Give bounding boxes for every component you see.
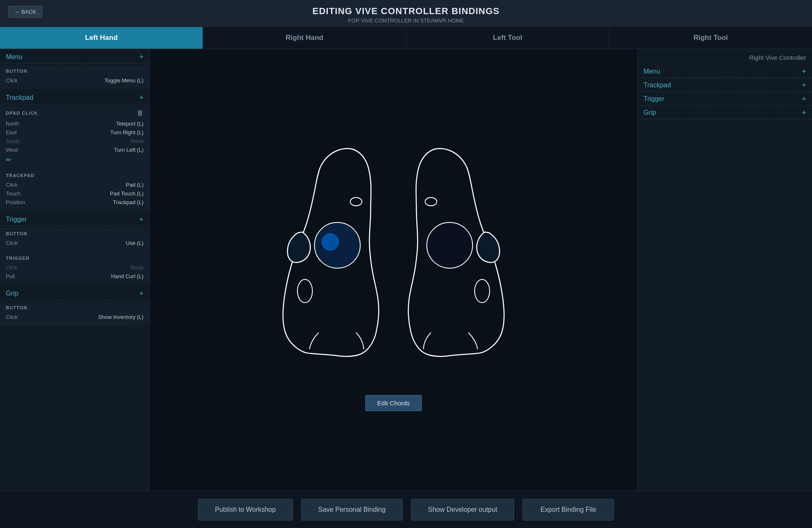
back-button[interactable]: ← BACK bbox=[8, 6, 42, 18]
binding-value: Trackpad (L) bbox=[113, 199, 144, 205]
right-grip-add-button[interactable]: + bbox=[802, 109, 806, 116]
right-menu-section: Menu + bbox=[638, 64, 812, 78]
grip-button-label: BUTTON bbox=[6, 305, 144, 310]
grip-section-header: Grip + bbox=[0, 286, 149, 300]
tab-left-hand[interactable]: Left Hand bbox=[0, 27, 203, 49]
svg-point-3 bbox=[297, 279, 312, 303]
right-trigger-add-button[interactable]: + bbox=[802, 95, 806, 103]
trackpad-section-title: Trackpad bbox=[6, 94, 33, 101]
menu-button-label: BUTTON bbox=[6, 69, 144, 74]
center-panel: Edit Chords bbox=[150, 49, 637, 491]
table-row: Click None bbox=[6, 263, 144, 272]
left-panel: Menu + BUTTON Click Toggle Menu (L) Trac… bbox=[0, 49, 150, 491]
table-row: East Turn Right (L) bbox=[6, 128, 144, 137]
right-trackpad-section: Trackpad + bbox=[638, 78, 812, 92]
binding-key: Click bbox=[6, 240, 17, 246]
right-panel: Right Vive Controller Menu + Trackpad + … bbox=[637, 49, 812, 491]
page-header: ← BACK EDITING VIVE CONTROLLER BINDINGS … bbox=[0, 0, 812, 27]
dpad-click-group: DPAD CLICK 🗑 North Teleport (L) East Tur… bbox=[0, 106, 149, 169]
grip-add-button[interactable]: + bbox=[139, 290, 144, 297]
edit-pencil-icon[interactable]: ✏ bbox=[6, 156, 11, 163]
right-panel-title: Right Vive Controller bbox=[638, 49, 812, 64]
right-trackpad-add-button[interactable]: + bbox=[802, 81, 806, 89]
right-grip-section: Grip + bbox=[638, 106, 812, 119]
svg-point-4 bbox=[427, 222, 473, 268]
tab-right-tool[interactable]: Right Tool bbox=[609, 27, 812, 49]
binding-key: Click bbox=[6, 314, 17, 320]
footer: Publish to Workshop Save Personal Bindin… bbox=[0, 491, 812, 528]
right-menu-add-button[interactable]: + bbox=[802, 68, 806, 75]
tab-left-tool[interactable]: Left Tool bbox=[406, 27, 609, 49]
binding-value: Pad Touch (L) bbox=[110, 190, 144, 197]
binding-value: None bbox=[131, 264, 144, 271]
main-content: Menu + BUTTON Click Toggle Menu (L) Trac… bbox=[0, 49, 812, 491]
binding-key: South bbox=[6, 138, 20, 144]
trackpad-add-button[interactable]: + bbox=[139, 94, 144, 101]
trigger-group-label: TRIGGER bbox=[6, 256, 144, 261]
binding-value: Hand Curl (L) bbox=[111, 273, 144, 279]
menu-add-button[interactable]: + bbox=[139, 53, 144, 61]
binding-value: Use (L) bbox=[126, 240, 144, 246]
binding-key: Click bbox=[6, 182, 17, 188]
publish-workshop-button[interactable]: Publish to Workshop bbox=[198, 499, 293, 521]
binding-key: Pull bbox=[6, 273, 15, 279]
binding-value: Pad (L) bbox=[126, 182, 144, 188]
table-row: Click Toggle Menu (L) bbox=[6, 76, 144, 85]
right-menu-title: Menu bbox=[644, 68, 660, 75]
binding-value: Toggle Menu (L) bbox=[104, 77, 144, 84]
binding-value: Teleport (L) bbox=[116, 121, 144, 127]
table-row: Click Show Inventory (L) bbox=[6, 313, 144, 321]
controller-svg bbox=[260, 129, 527, 387]
binding-key: North bbox=[6, 121, 19, 127]
trackpad-group: TRACKPAD Click Pad (L) Touch Pad Touch (… bbox=[0, 170, 149, 211]
right-trigger-title: Trigger bbox=[644, 95, 664, 103]
tabs-row: Left Hand Right Hand Left Tool Right Too… bbox=[0, 27, 812, 49]
binding-value: None bbox=[131, 138, 144, 144]
table-row: North Teleport (L) bbox=[6, 119, 144, 128]
controller-image-container bbox=[260, 129, 527, 387]
svg-point-2 bbox=[350, 197, 362, 206]
trigger-button-label: BUTTON bbox=[6, 231, 144, 236]
edit-icon-row: ✏ bbox=[6, 154, 144, 165]
table-row: Click Pad (L) bbox=[6, 180, 144, 189]
trackpad-section-header: Trackpad + bbox=[0, 90, 149, 104]
menu-section-header: Menu + bbox=[0, 49, 149, 63]
svg-point-6 bbox=[475, 279, 490, 303]
dpad-click-label: DPAD CLICK 🗑 bbox=[6, 109, 144, 117]
table-row: South None bbox=[6, 137, 144, 146]
table-row: Position Trackpad (L) bbox=[6, 198, 144, 207]
svg-point-5 bbox=[425, 197, 437, 206]
right-trackpad-title: Trackpad bbox=[644, 81, 671, 89]
table-row: West Turn Left (L) bbox=[6, 146, 144, 154]
right-grip-title: Grip bbox=[644, 109, 656, 116]
menu-button-group: BUTTON Click Toggle Menu (L) bbox=[0, 65, 149, 89]
grip-section-title: Grip bbox=[6, 290, 18, 297]
trigger-section-header: Trigger + bbox=[0, 212, 149, 226]
svg-point-1 bbox=[322, 234, 339, 250]
table-row: Touch Pad Touch (L) bbox=[6, 189, 144, 198]
binding-value: Turn Left (L) bbox=[114, 147, 144, 153]
table-row: Pull Hand Curl (L) bbox=[6, 272, 144, 281]
menu-section-title: Menu bbox=[6, 53, 22, 61]
page-subtitle: FOR VIVE CONTROLLER IN STEAMVR HOME bbox=[0, 17, 812, 24]
trigger-group: TRIGGER Click None Pull Hand Curl (L) bbox=[0, 252, 149, 285]
binding-key: East bbox=[6, 129, 17, 136]
trackpad-group-label: TRACKPAD bbox=[6, 173, 144, 178]
binding-value: Show Inventory (L) bbox=[98, 314, 144, 320]
trigger-add-button[interactable]: + bbox=[139, 216, 144, 223]
table-row: Click Use (L) bbox=[6, 239, 144, 247]
dpad-delete-button[interactable]: 🗑 bbox=[137, 109, 144, 117]
save-personal-binding-button[interactable]: Save Personal Binding bbox=[301, 499, 403, 521]
trigger-section-title: Trigger bbox=[6, 216, 27, 223]
page-title: EDITING VIVE CONTROLLER BINDINGS bbox=[0, 6, 812, 17]
show-developer-output-button[interactable]: Show Developer output bbox=[411, 499, 514, 521]
tab-right-hand[interactable]: Right Hand bbox=[203, 27, 406, 49]
binding-key: Click bbox=[6, 77, 17, 84]
export-binding-file-button[interactable]: Export Binding File bbox=[522, 499, 614, 521]
edit-chords-button[interactable]: Edit Chords bbox=[365, 395, 422, 411]
binding-key: Touch bbox=[6, 190, 20, 197]
trigger-button-group: BUTTON Click Use (L) bbox=[0, 228, 149, 252]
binding-key: Click bbox=[6, 264, 17, 271]
right-trigger-section: Trigger + bbox=[638, 92, 812, 106]
binding-key: West bbox=[6, 147, 18, 153]
